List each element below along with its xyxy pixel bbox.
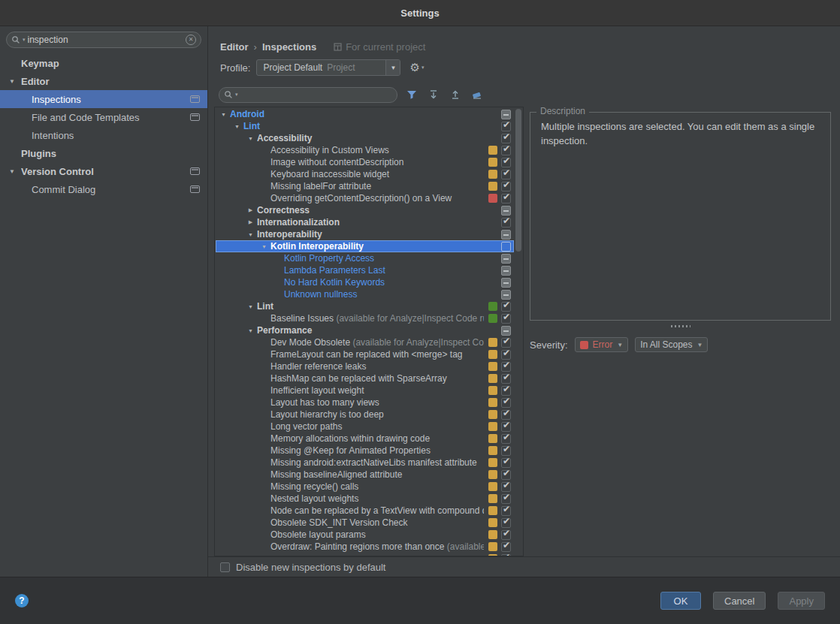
inspection-checkbox[interactable] [501, 290, 511, 300]
inspection-checkbox[interactable] [501, 530, 511, 540]
collapse-node-icon[interactable]: ▼ [258, 244, 270, 249]
inspection-checkbox[interactable] [501, 362, 511, 372]
disable-new-inspections-checkbox[interactable] [220, 562, 230, 572]
severity-combobox[interactable]: Error ▼ [575, 337, 629, 352]
expand-node-icon[interactable]: ▶ [244, 207, 257, 213]
inspection-row-no-hard-kotlin-keywords[interactable]: No Hard Kotlin Keywords [216, 276, 514, 288]
chevron-down-icon[interactable]: ▼ [385, 60, 400, 75]
collapse-node-icon[interactable]: ▼ [231, 124, 243, 129]
collapse-node-icon[interactable]: ▼ [217, 112, 230, 117]
help-icon[interactable]: ? [15, 594, 29, 607]
inspection-row-accessibility-in-custom-views[interactable]: Accessibility in Custom Views [216, 144, 514, 156]
inspection-row-row[interactable] [216, 553, 514, 556]
filter-icon[interactable] [404, 87, 419, 102]
inspection-row-kotlin-interoperability[interactable]: ▼Kotlin Interoperability [216, 240, 514, 252]
profile-actions-button[interactable]: ⚙ ▾ [409, 61, 424, 74]
inspection-row-overdraw-painting-regions-more-than-once[interactable]: Overdraw: Painting regions more than onc… [216, 541, 514, 553]
inspection-checkbox[interactable] [501, 218, 511, 228]
inspection-row-interoperability[interactable]: ▼Interoperability [216, 228, 514, 240]
search-history-caret-icon[interactable]: ▾ [235, 92, 238, 98]
collapse-all-icon[interactable] [448, 87, 463, 102]
inspection-checkbox[interactable] [501, 194, 511, 203]
inspection-checkbox[interactable] [501, 446, 511, 456]
inspection-checkbox[interactable] [501, 506, 511, 516]
inspection-checkbox[interactable] [501, 518, 511, 528]
inspection-row-android[interactable]: ▼Android [216, 108, 514, 120]
inspection-row-framelayout-can-be-replaced-with-merge-tag[interactable]: FrameLayout can be replaced with <merge>… [216, 348, 514, 360]
inspection-checkbox[interactable] [501, 110, 511, 119]
inspection-row-accessibility[interactable]: ▼Accessibility [216, 132, 514, 144]
chevron-down-icon[interactable]: ▼ [9, 78, 21, 85]
inspection-row-lint[interactable]: ▼Lint [216, 300, 514, 312]
inspection-checkbox[interactable] [501, 410, 511, 420]
inspection-checkbox[interactable] [501, 386, 511, 396]
clear-search-icon[interactable]: ✕ [186, 35, 196, 45]
sidebar-search-input[interactable] [28, 35, 183, 45]
inspection-checkbox[interactable] [501, 482, 511, 492]
inspection-checkbox[interactable] [501, 542, 511, 552]
inspection-row-missing-labelfor-attribute[interactable]: Missing labelFor attribute [216, 180, 514, 192]
inspection-checkbox[interactable] [501, 338, 511, 348]
inspection-row-overriding-getcontentdescription-on-a-view[interactable]: Overriding getContentDescription() on a … [216, 192, 514, 204]
inspection-checkbox[interactable] [501, 170, 511, 179]
chevron-down-icon[interactable]: ▼ [9, 168, 21, 175]
inspection-checkbox[interactable] [501, 158, 511, 167]
inspection-row-unknown-nullness[interactable]: Unknown nullness [216, 288, 514, 300]
inspection-row-obsolete-sdk-int-version-check[interactable]: Obsolete SDK_INT Version Check [216, 517, 514, 529]
inspection-row-missing-recycle-calls[interactable]: Missing recycle() calls [216, 481, 514, 493]
ok-button[interactable]: OK [660, 592, 701, 610]
inspection-row-layout-hierarchy-is-too-deep[interactable]: Layout hierarchy is too deep [216, 408, 514, 421]
inspections-search-box[interactable]: ▾ [219, 87, 397, 103]
collapse-node-icon[interactable]: ▼ [244, 328, 257, 333]
vertical-scrollbar-thumb[interactable] [515, 109, 521, 252]
inspection-checkbox[interactable] [501, 554, 511, 556]
inspection-checkbox[interactable] [501, 134, 511, 143]
inspection-row-memory-allocations-within-drawing-code[interactable]: Memory allocations within drawing code [216, 433, 514, 445]
inspection-checkbox[interactable] [501, 230, 511, 240]
inspection-row-nested-layout-weights[interactable]: Nested layout weights [216, 493, 514, 505]
inspection-checkbox[interactable] [501, 266, 511, 276]
sidebar-search-box[interactable]: ▾ ✕ [6, 32, 201, 48]
inspection-row-kotlin-property-access[interactable]: Kotlin Property Access [216, 252, 514, 264]
inspection-row-long-vector-paths[interactable]: Long vector paths [216, 421, 514, 433]
inspection-row-missing-keep-for-animated-properties[interactable]: Missing @Keep for Animated Properties [216, 445, 514, 457]
inspection-checkbox[interactable] [501, 146, 511, 155]
inspection-checkbox[interactable] [501, 494, 511, 504]
inspections-search-input[interactable] [240, 89, 392, 100]
inspection-row-inefficient-layout-weight[interactable]: Inefficient layout weight [216, 384, 514, 396]
inspection-row-correctness[interactable]: ▶Correctness [216, 204, 514, 216]
inspection-checkbox[interactable] [501, 122, 511, 131]
inspection-row-missing-baselinealigned-attribute[interactable]: Missing baselineAligned attribute [216, 469, 514, 481]
sidebar-item-commit-dialog[interactable]: Commit Dialog [0, 180, 207, 198]
search-history-caret-icon[interactable]: ▾ [23, 37, 26, 43]
sidebar-item-inspections[interactable]: Inspections [0, 90, 207, 108]
inspection-checkbox[interactable] [501, 254, 511, 264]
inspection-row-obsolete-layout-params[interactable]: Obsolete layout params [216, 529, 514, 541]
inspection-checkbox[interactable] [501, 398, 511, 408]
inspection-row-baseline-issues[interactable]: Baseline Issues (available for Analyze|I… [216, 312, 514, 324]
sidebar-item-version-control[interactable]: ▼Version Control [0, 162, 207, 180]
cancel-button[interactable]: Cancel [713, 592, 766, 610]
panel-splitter[interactable] [530, 322, 831, 330]
expand-node-icon[interactable]: ▶ [244, 219, 257, 225]
inspection-row-node-can-be-replaced-by-a-textview-with-compound-drawables[interactable]: Node can be replaced by a TextView with … [216, 505, 514, 517]
inspection-checkbox[interactable] [501, 242, 511, 252]
profile-combobox[interactable]: Project Default Project ▼ [256, 59, 400, 76]
inspection-row-layout-has-too-many-views[interactable]: Layout has too many views [216, 396, 514, 408]
inspection-checkbox[interactable] [501, 422, 511, 432]
sidebar-item-keymap[interactable]: Keymap [0, 54, 207, 72]
collapse-node-icon[interactable]: ▼ [244, 136, 257, 141]
sidebar-item-file-and-code-templates[interactable]: File and Code Templates [0, 108, 207, 126]
inspection-checkbox[interactable] [501, 302, 511, 312]
vertical-scrollbar[interactable] [515, 108, 522, 555]
inspection-checkbox[interactable] [501, 326, 511, 336]
inspection-checkbox[interactable] [501, 458, 511, 468]
expand-all-icon[interactable] [426, 87, 441, 102]
collapse-node-icon[interactable]: ▼ [244, 232, 257, 237]
reset-filter-icon[interactable] [470, 87, 485, 102]
inspection-row-internationalization[interactable]: ▶Internationalization [216, 216, 514, 228]
inspection-checkbox[interactable] [501, 374, 511, 384]
inspection-checkbox[interactable] [501, 350, 511, 360]
inspection-row-missing-android-extractnativelibs-manifest-attribute[interactable]: Missing android:extractNativeLibs manife… [216, 457, 514, 469]
inspection-row-hashmap-can-be-replaced-with-sparsearray[interactable]: HashMap can be replaced with SparseArray [216, 372, 514, 384]
